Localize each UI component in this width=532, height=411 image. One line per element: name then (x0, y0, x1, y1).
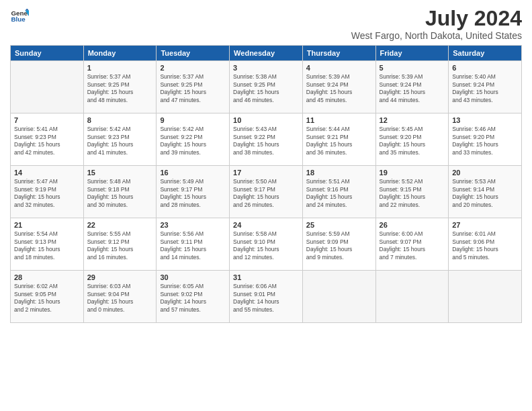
day-number: 17 (233, 169, 299, 177)
calendar-cell: 2Sunrise: 5:37 AM Sunset: 9:25 PM Daylig… (157, 61, 230, 113)
day-info: Sunrise: 6:05 AM Sunset: 9:02 PM Dayligh… (160, 283, 226, 314)
day-number: 1 (87, 64, 153, 72)
day-number: 29 (87, 273, 153, 281)
day-number: 23 (160, 221, 226, 229)
day-number: 22 (87, 221, 153, 229)
day-info: Sunrise: 5:45 AM Sunset: 9:20 PM Dayligh… (380, 126, 445, 156)
day-info: Sunrise: 5:46 AM Sunset: 9:20 PM Dayligh… (452, 126, 518, 156)
calendar-cell: 12Sunrise: 5:45 AM Sunset: 9:20 PM Dayli… (375, 113, 449, 166)
header-saturday: Saturday (449, 46, 522, 61)
day-number: 21 (14, 221, 80, 229)
day-info: Sunrise: 5:54 AM Sunset: 9:13 PM Dayligh… (14, 230, 80, 261)
day-info: Sunrise: 5:37 AM Sunset: 9:25 PM Dayligh… (160, 73, 226, 104)
day-number: 15 (87, 169, 153, 177)
logo: General Blue (10, 7, 29, 26)
header: General Blue July 2024 West Fargo, North… (10, 7, 522, 41)
calendar-cell: 14Sunrise: 5:47 AM Sunset: 9:19 PM Dayli… (11, 166, 84, 218)
day-info: Sunrise: 5:41 AM Sunset: 9:23 PM Dayligh… (14, 126, 80, 156)
calendar-cell: 21Sunrise: 5:54 AM Sunset: 9:13 PM Dayli… (11, 218, 84, 271)
day-info: Sunrise: 6:02 AM Sunset: 9:05 PM Dayligh… (14, 283, 80, 314)
day-number: 11 (306, 116, 372, 124)
header-monday: Monday (83, 46, 157, 61)
day-number: 27 (452, 221, 518, 229)
day-info: Sunrise: 5:59 AM Sunset: 9:09 PM Dayligh… (306, 230, 372, 261)
day-info: Sunrise: 5:48 AM Sunset: 9:18 PM Dayligh… (87, 178, 153, 209)
day-info: Sunrise: 5:51 AM Sunset: 9:16 PM Dayligh… (306, 178, 372, 209)
day-info: Sunrise: 5:50 AM Sunset: 9:17 PM Dayligh… (233, 178, 299, 209)
calendar-cell: 19Sunrise: 5:52 AM Sunset: 9:15 PM Dayli… (375, 166, 449, 218)
day-info: Sunrise: 5:44 AM Sunset: 9:21 PM Dayligh… (306, 126, 372, 156)
day-info: Sunrise: 5:40 AM Sunset: 9:24 PM Dayligh… (452, 73, 518, 104)
calendar-week-2: 7Sunrise: 5:41 AM Sunset: 9:23 PM Daylig… (11, 113, 522, 166)
calendar-cell: 7Sunrise: 5:41 AM Sunset: 9:23 PM Daylig… (11, 113, 84, 166)
calendar-cell: 1Sunrise: 5:37 AM Sunset: 9:25 PM Daylig… (83, 61, 157, 113)
calendar-week-3: 14Sunrise: 5:47 AM Sunset: 9:19 PM Dayli… (11, 166, 522, 218)
day-number: 5 (380, 64, 445, 72)
day-number: 2 (160, 64, 226, 72)
calendar-cell: 25Sunrise: 5:59 AM Sunset: 9:09 PM Dayli… (302, 218, 375, 271)
day-number: 30 (160, 273, 226, 281)
day-number: 3 (233, 64, 299, 72)
day-number: 26 (380, 221, 445, 229)
day-info: Sunrise: 5:58 AM Sunset: 9:10 PM Dayligh… (233, 230, 299, 261)
day-number: 8 (87, 116, 153, 124)
subtitle: West Fargo, North Dakota, United States (351, 30, 522, 41)
calendar-cell (375, 271, 449, 323)
calendar-cell: 3Sunrise: 5:38 AM Sunset: 9:25 PM Daylig… (230, 61, 303, 113)
calendar-cell: 13Sunrise: 5:46 AM Sunset: 9:20 PM Dayli… (449, 113, 522, 166)
calendar-cell: 20Sunrise: 5:53 AM Sunset: 9:14 PM Dayli… (449, 166, 522, 218)
calendar-cell: 4Sunrise: 5:39 AM Sunset: 9:24 PM Daylig… (302, 61, 375, 113)
day-info: Sunrise: 5:43 AM Sunset: 9:22 PM Dayligh… (233, 126, 299, 156)
calendar-cell: 16Sunrise: 5:49 AM Sunset: 9:17 PM Dayli… (157, 166, 230, 218)
day-number: 31 (233, 273, 299, 281)
calendar-cell: 31Sunrise: 6:06 AM Sunset: 9:01 PM Dayli… (230, 271, 303, 323)
calendar-week-4: 21Sunrise: 5:54 AM Sunset: 9:13 PM Dayli… (11, 218, 522, 271)
calendar-cell: 26Sunrise: 6:00 AM Sunset: 9:07 PM Dayli… (375, 218, 449, 271)
calendar-cell (302, 271, 375, 323)
calendar-cell: 6Sunrise: 5:40 AM Sunset: 9:24 PM Daylig… (449, 61, 522, 113)
logo-icon: General Blue (10, 7, 29, 26)
calendar-cell: 27Sunrise: 6:01 AM Sunset: 9:06 PM Dayli… (449, 218, 522, 271)
calendar-cell (449, 271, 522, 323)
calendar-cell: 29Sunrise: 6:03 AM Sunset: 9:04 PM Dayli… (83, 271, 157, 323)
calendar-cell: 11Sunrise: 5:44 AM Sunset: 9:21 PM Dayli… (302, 113, 375, 166)
day-info: Sunrise: 6:01 AM Sunset: 9:06 PM Dayligh… (452, 230, 518, 261)
day-info: Sunrise: 5:49 AM Sunset: 9:17 PM Dayligh… (160, 178, 226, 209)
calendar-cell: 30Sunrise: 6:05 AM Sunset: 9:02 PM Dayli… (157, 271, 230, 323)
day-number: 16 (160, 169, 226, 177)
title-block: July 2024 West Fargo, North Dakota, Unit… (351, 7, 522, 41)
calendar-cell: 10Sunrise: 5:43 AM Sunset: 9:22 PM Dayli… (230, 113, 303, 166)
calendar-cell (11, 61, 84, 113)
calendar-table: Sunday Monday Tuesday Wednesday Thursday… (10, 45, 522, 323)
day-number: 6 (452, 64, 518, 72)
header-sunday: Sunday (11, 46, 84, 61)
day-info: Sunrise: 5:53 AM Sunset: 9:14 PM Dayligh… (452, 178, 518, 209)
calendar-week-1: 1Sunrise: 5:37 AM Sunset: 9:25 PM Daylig… (11, 61, 522, 113)
header-row: Sunday Monday Tuesday Wednesday Thursday… (11, 46, 522, 61)
calendar-cell: 9Sunrise: 5:42 AM Sunset: 9:22 PM Daylig… (157, 113, 230, 166)
day-number: 20 (452, 169, 518, 177)
day-number: 14 (14, 169, 80, 177)
day-number: 18 (306, 169, 372, 177)
main-title: July 2024 (351, 7, 522, 30)
day-info: Sunrise: 5:39 AM Sunset: 9:24 PM Dayligh… (306, 73, 372, 104)
day-number: 28 (14, 273, 80, 281)
day-info: Sunrise: 5:55 AM Sunset: 9:12 PM Dayligh… (87, 230, 153, 261)
calendar-cell: 23Sunrise: 5:56 AM Sunset: 9:11 PM Dayli… (157, 218, 230, 271)
day-info: Sunrise: 5:56 AM Sunset: 9:11 PM Dayligh… (160, 230, 226, 261)
day-info: Sunrise: 5:38 AM Sunset: 9:25 PM Dayligh… (233, 73, 299, 104)
day-info: Sunrise: 6:00 AM Sunset: 9:07 PM Dayligh… (380, 230, 445, 261)
header-thursday: Thursday (302, 46, 375, 61)
header-tuesday: Tuesday (157, 46, 230, 61)
calendar-cell: 28Sunrise: 6:02 AM Sunset: 9:05 PM Dayli… (11, 271, 84, 323)
header-friday: Friday (375, 46, 449, 61)
calendar-cell: 18Sunrise: 5:51 AM Sunset: 9:16 PM Dayli… (302, 166, 375, 218)
calendar-cell: 24Sunrise: 5:58 AM Sunset: 9:10 PM Dayli… (230, 218, 303, 271)
day-info: Sunrise: 5:52 AM Sunset: 9:15 PM Dayligh… (380, 178, 445, 209)
day-number: 10 (233, 116, 299, 124)
day-number: 9 (160, 116, 226, 124)
day-number: 12 (380, 116, 445, 124)
calendar-cell: 15Sunrise: 5:48 AM Sunset: 9:18 PM Dayli… (83, 166, 157, 218)
day-number: 24 (233, 221, 299, 229)
day-number: 4 (306, 64, 372, 72)
